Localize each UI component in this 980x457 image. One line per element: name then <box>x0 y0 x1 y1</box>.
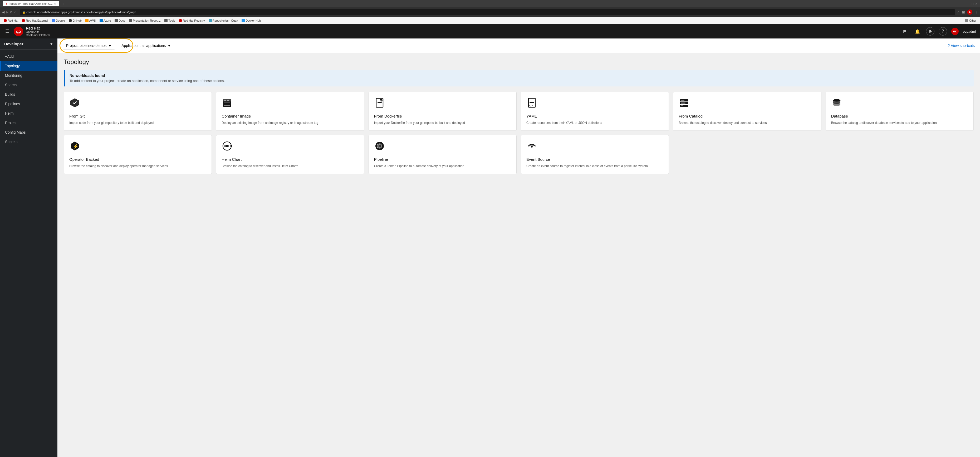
bookmark-red-hat-external[interactable]: Red Hat External <box>20 18 49 23</box>
brand-logo: Red Hat OpenShift Container Platform <box>14 26 50 37</box>
bookmark-presentation[interactable]: Presentation Resou... <box>127 18 162 23</box>
sidebar-item-add-label: +Add <box>5 54 14 59</box>
operator-backed-card[interactable]: ⚡ Operator Backed Browse the catalog to … <box>64 135 212 174</box>
page-content: Topology No workloads found To add conte… <box>57 53 980 457</box>
perspective-label: Developer <box>4 41 24 46</box>
sidebar-item-builds[interactable]: Builds <box>0 89 57 99</box>
bookmark-google[interactable]: Google <box>50 18 67 23</box>
from-catalog-desc: Browse the catalog to discover, deploy a… <box>679 121 816 125</box>
project-dropdown-icon: ▼ <box>108 43 112 48</box>
profile-icon[interactable]: A <box>967 10 972 15</box>
from-git-card[interactable]: From Git Import code from your git repos… <box>64 92 212 131</box>
hamburger-menu-btn[interactable]: ☰ <box>4 27 11 35</box>
svg-rect-20 <box>681 105 683 106</box>
tab-close-btn[interactable]: × <box>54 2 56 5</box>
bookmark-rh-registry[interactable]: Red Hat Registry <box>177 18 207 23</box>
cards-row-2: ⚡ Operator Backed Browse the catalog to … <box>64 135 974 174</box>
address-bar[interactable]: 🔒 console.openshift-console.apps.gcp.kam… <box>20 9 955 15</box>
yaml-card[interactable]: </> YAML Create resources from their YAM… <box>521 92 669 131</box>
browser-chrome: ● Topology · Red Hat OpenShift C... × + … <box>0 0 980 7</box>
from-dockerfile-card[interactable]: From Dockerfile Import your Dockerfile f… <box>369 92 517 131</box>
perspective-dropdown-icon: ▼ <box>49 42 53 46</box>
yaml-icon: </> <box>527 97 663 111</box>
sidebar-item-monitoring-label: Monitoring <box>5 73 22 78</box>
banner-text: To add content to your project, create a… <box>70 79 969 83</box>
from-dockerfile-title: From Dockerfile <box>374 114 511 118</box>
user-avatar[interactable]: oc <box>951 28 959 35</box>
sidebar-item-secrets-label: Secrets <box>5 140 18 144</box>
bookmark-tools[interactable]: Tools <box>163 18 177 23</box>
from-git-icon <box>69 97 206 111</box>
sidebar-item-helm-label: Helm <box>5 111 14 115</box>
perspective-selector[interactable]: Developer ▼ <box>0 38 57 49</box>
secure-icon: 🔒 <box>22 11 25 14</box>
sidebar-item-pipelines-label: Pipelines <box>5 102 20 106</box>
sidebar-item-search-label: Search <box>5 83 17 87</box>
bookmark-quay[interactable]: Repositories · Quay <box>207 18 240 23</box>
sidebar-item-search[interactable]: Search <box>0 80 57 89</box>
bookmark-red-hat[interactable]: Red Hat <box>2 18 20 23</box>
apps-grid-btn[interactable]: ⊞ <box>901 27 909 36</box>
header-left: ☰ Red Hat OpenShift Container Platform <box>4 26 50 37</box>
extensions-icon[interactable]: ⊞ <box>962 10 965 14</box>
from-dockerfile-icon <box>374 97 511 111</box>
database-card[interactable]: Database Browse the catalog to discover … <box>826 92 974 131</box>
pipeline-title: Pipeline <box>374 157 511 162</box>
bookmark-azure[interactable]: Azure <box>98 18 113 23</box>
help-btn[interactable]: ? <box>939 27 947 36</box>
from-catalog-card[interactable]: From Catalog Browse the catalog to disco… <box>673 92 821 131</box>
sidebar-item-monitoring[interactable]: Monitoring <box>0 71 57 80</box>
bookmark-github[interactable]: GitHub <box>67 18 83 23</box>
app-selector-label: Application: all applications <box>121 43 166 48</box>
reload-btn[interactable]: ↺ <box>10 10 13 14</box>
event-source-card[interactable]: Event Source Create an event source to r… <box>521 135 669 174</box>
bookmark-docs[interactable]: Docs <box>113 18 127 23</box>
operator-backed-desc: Browse the catalog to discover and deplo… <box>69 164 206 169</box>
bookmark-docker-hub[interactable]: Docker Hub <box>240 18 262 23</box>
database-icon <box>831 97 968 111</box>
sidebar-item-helm[interactable]: Helm <box>0 108 57 118</box>
home-btn[interactable]: ⌂ <box>14 10 16 14</box>
address-bar-row: ◀ ▶ ↺ ⌂ 🔒 console.openshift-console.apps… <box>0 7 980 17</box>
sidebar-item-topology[interactable]: Topology <box>0 61 57 71</box>
notifications-btn[interactable]: 🔔 <box>913 27 922 36</box>
event-source-desc: Create an event source to register inter… <box>527 164 663 169</box>
forward-btn[interactable]: ▶ <box>6 10 8 14</box>
bookmark-aws[interactable]: AWS <box>84 18 97 23</box>
new-tab-btn[interactable]: + <box>62 2 64 6</box>
brand-text: Red Hat OpenShift Container Platform <box>26 26 50 37</box>
browser-controls: ◀ ▶ ↺ ⌂ <box>2 10 16 14</box>
sidebar-item-secrets[interactable]: Secrets <box>0 137 57 146</box>
pipeline-card[interactable]: Pipeline Create a Tekton Pipeline to aut… <box>369 135 517 174</box>
from-catalog-title: From Catalog <box>679 114 816 118</box>
bookmark-star-icon[interactable]: ☆ <box>957 10 960 14</box>
project-selector[interactable]: Project: pipelines-demos ▼ <box>63 41 115 49</box>
app-dropdown-icon: ▼ <box>167 43 171 48</box>
svg-rect-9 <box>224 102 230 104</box>
bookmarks-bar: Red Hat Red Hat External Google GitHub A… <box>0 17 980 24</box>
svg-point-30 <box>531 146 533 148</box>
sidebar-item-project[interactable]: Project <box>0 118 57 127</box>
sidebar-item-pipelines[interactable]: Pipelines <box>0 99 57 108</box>
add-btn[interactable]: ⊕ <box>926 27 934 36</box>
sidebar-item-project-label: Project <box>5 121 17 125</box>
helm-chart-card[interactable]: HELM Helm Chart Browse the catalog to di… <box>216 135 364 174</box>
sidebar-item-config-maps[interactable]: Config Maps <box>0 127 57 137</box>
bookmark-other[interactable]: Other <box>963 18 978 23</box>
tab-title: Topology · Red Hat OpenShift C... <box>9 2 52 5</box>
project-selector-wrapper: Project: pipelines-demos ▼ <box>63 41 115 49</box>
menu-icon[interactable]: ⋮ <box>974 10 978 14</box>
view-shortcuts-link[interactable]: ? View shortcuts <box>948 43 975 48</box>
back-btn[interactable]: ◀ <box>2 10 5 14</box>
app-selector[interactable]: Application: all applications ▼ <box>118 42 174 49</box>
browser-tab[interactable]: ● Topology · Red Hat OpenShift C... × <box>3 1 59 6</box>
no-workloads-banner: No workloads found To add content to you… <box>64 70 974 86</box>
helm-chart-icon: HELM <box>221 140 358 154</box>
username-label[interactable]: ocpadmi <box>963 30 976 33</box>
container-image-title: Container Image <box>221 114 358 118</box>
pipeline-desc: Create a Tekton Pipeline to automate del… <box>374 164 511 169</box>
event-source-title: Event Source <box>527 157 663 162</box>
operator-backed-title: Operator Backed <box>69 157 206 162</box>
container-image-card[interactable]: Container Image Deploy an existing image… <box>216 92 364 131</box>
sidebar-item-add[interactable]: +Add <box>0 52 57 61</box>
